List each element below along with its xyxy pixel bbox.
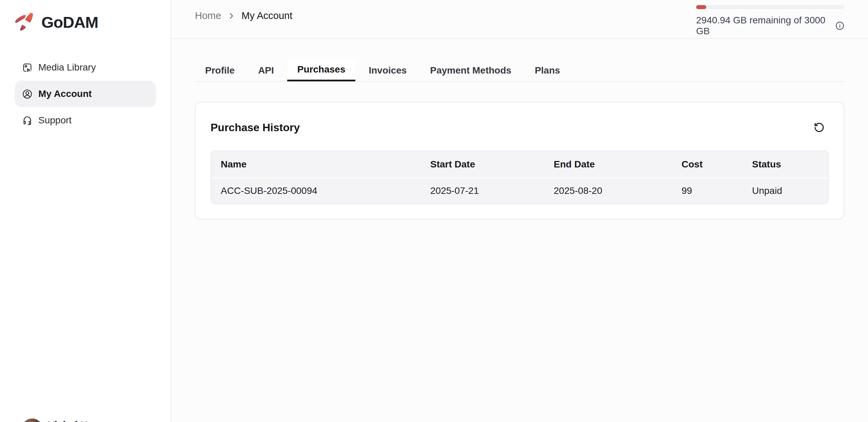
sidebar-nav: Media Library My Account Support [0,54,171,134]
column-header-end-date: End Date [544,151,672,178]
chevron-right-icon [227,12,235,20]
column-header-status: Status [743,151,828,178]
media-library-icon [22,63,32,73]
card-header: Purchase History [211,120,829,135]
tab-purchases[interactable]: Purchases [287,59,356,81]
user-profile[interactable]: Vishal K [21,418,88,422]
cell-cost: 99 [672,178,743,203]
sidebar-item-label: My Account [38,88,92,99]
info-icon[interactable] [835,21,844,31]
user-circle-icon [22,89,32,99]
cell-start-date: 2025-07-21 [421,178,544,203]
purchase-history-card: Purchase History Name Start Date End Dat… [195,102,844,219]
refresh-button[interactable] [812,120,827,135]
sidebar-item-support[interactable]: Support [15,107,156,134]
sidebar-item-label: Support [38,115,72,126]
brand-logo[interactable]: GoDAM [0,0,171,33]
rocket-logo-icon [14,12,35,33]
storage-remaining-text: 2940.94 GB remaining of 3000 GB [696,15,831,37]
brand-name: GoDAM [41,13,98,32]
sidebar-item-media-library[interactable]: Media Library [15,54,156,81]
storage-progress-bar [696,5,844,9]
sidebar: GoDAM Media Library My Account [0,0,171,422]
storage-progress-fill [696,5,706,9]
table-header-row: Name Start Date End Date Cost Status [211,151,828,178]
tab-api[interactable]: API [248,59,284,81]
tab-profile[interactable]: Profile [195,59,245,81]
cell-name: ACC-SUB-2025-00094 [211,178,421,203]
sidebar-item-my-account[interactable]: My Account [15,81,156,107]
sidebar-item-label: Media Library [38,62,96,73]
column-header-name: Name [211,151,421,178]
cell-end-date: 2025-08-20 [544,178,672,203]
breadcrumb: Home My Account [195,10,292,21]
account-tabs: Profile API Purchases Invoices Payment M… [195,59,844,82]
storage-widget: 2940.94 GB remaining of 3000 GB [696,5,844,37]
tab-payment-methods[interactable]: Payment Methods [420,59,522,81]
column-header-start-date: Start Date [421,151,544,178]
user-name: Vishal K [48,419,88,422]
breadcrumb-current: My Account [241,10,292,21]
table-row[interactable]: ACC-SUB-2025-00094 2025-07-21 2025-08-20… [211,178,828,203]
main-content: Profile API Purchases Invoices Payment M… [171,39,868,422]
tab-invoices[interactable]: Invoices [358,59,417,81]
column-header-cost: Cost [672,151,743,178]
headset-icon [22,116,32,125]
breadcrumb-home-link[interactable]: Home [195,10,221,21]
tab-plans[interactable]: Plans [525,59,570,81]
cell-status: Unpaid [743,178,828,203]
avatar [21,418,43,422]
purchase-history-table: Name Start Date End Date Cost Status ACC… [211,150,829,204]
refresh-icon [814,122,825,133]
storage-status: 2940.94 GB remaining of 3000 GB [696,15,844,37]
topbar: Home My Account 2940.94 GB remaining of … [171,0,868,39]
page-title: Purchase History [211,120,300,135]
